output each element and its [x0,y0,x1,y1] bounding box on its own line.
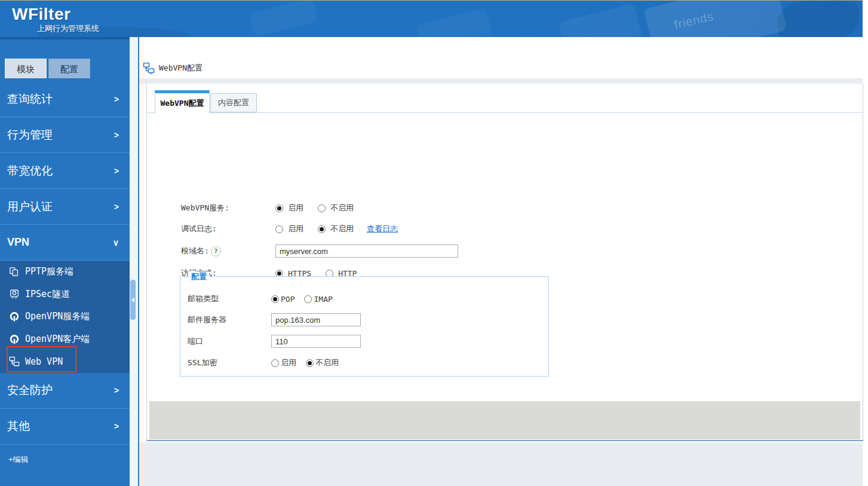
sidebar-item-web-vpn[interactable]: Web VPN [0,350,130,373]
keyboard-watermark [249,0,318,37]
breadcrumb: WebVPN配置 [143,62,203,74]
sidebar-menu: 查询统计 > 行为管理 > 带宽优化 > 用户认证 > VPN ∨ [0,81,130,445]
sidebar-item-openvpn-client[interactable]: OpenVPN客户端 [0,328,130,351]
sidebar-item-openvpn-server[interactable]: OpenVPN服务端 [0,305,130,328]
form-row-ssl: SSL加密 启用 不启用 [180,355,548,371]
chevron-right-icon: > [114,166,119,176]
keyboard-key-watermark [643,0,787,37]
sidebar-item-other[interactable]: 其他 > [0,409,130,445]
radio-label: 不启用 [315,357,339,368]
radio-disable[interactable] [318,225,326,233]
mail-config-fieldset: 配置 邮箱类型 POP IMAP 邮件服务器 端口 SSL加密 [180,276,549,377]
sidebar: 模块 配置 查询统计 > 行为管理 > 带宽优化 > 用户认证 > VPN ∨ [0,37,130,486]
radio-enable[interactable] [275,204,283,212]
view-log-link[interactable]: 查看日志 [367,224,398,234]
panel-footer [149,401,860,439]
tab-webvpn-config[interactable]: WebVPN配置 [155,90,210,114]
sidebar-item-ipsec-tunnel[interactable]: IPSec隧道 [0,283,130,306]
field-label: SSL加密 [188,355,217,371]
network-icon [9,356,20,367]
finger-watermark [772,0,863,37]
sidebar-collapse-handle[interactable] [130,280,136,320]
radio-label: IMAP [314,295,332,304]
radio-label: POP [281,295,295,304]
sidebar-tab-bar: 模块 配置 [5,59,90,78]
radio-pop[interactable] [271,295,279,303]
radio-ssl-enable[interactable] [271,359,279,367]
chevron-right-icon: > [114,94,119,104]
radio-label: 不启用 [330,224,354,234]
form-row-webvpn-service: WebVPN服务: 启用 不启用 [147,200,863,216]
field-label: 调试日志: [181,221,217,237]
tab-content-config[interactable]: 内容配置 [210,93,257,112]
form-row-debug-log: 调试日志: 启用 不启用 查看日志 [147,221,863,237]
menu-label: 行为管理 [7,127,53,143]
vpn-submenu: PPTP服务端 IPSec隧道 OpenVPN服务端 [0,261,130,373]
menu-label: 查询统计 [7,91,53,107]
radio-label: 启用 [288,224,303,234]
menu-label: 安全防护 [7,383,53,398]
sidebar-item-vpn[interactable]: VPN ∨ [0,225,130,261]
menu-label: 带宽优化 [7,163,53,179]
sidebar-item-security[interactable]: 安全防护 > [0,373,130,409]
tunnel-icon [9,289,20,299]
fieldset-legend: 配置 [189,271,209,282]
help-icon[interactable]: ? [211,246,221,256]
radio-label: 不启用 [330,203,354,213]
mail-server-input[interactable] [271,313,361,326]
field-label: WebVPN服务: [181,200,229,216]
radio-enable[interactable] [275,225,283,233]
sidebar-item-pptp-server[interactable]: PPTP服务端 [0,261,130,283]
sidebar-edit-link[interactable]: +编辑 [8,454,29,465]
tab-underline [147,112,863,113]
keyboard-watermark [559,4,643,37]
chevron-right-icon: > [114,421,119,431]
mail-port-input[interactable] [271,335,361,348]
field-label: 邮箱类型 [188,291,219,307]
sidebar-tab-modules[interactable]: 模块 [5,59,47,78]
field-label: 邮件服务器 [188,312,226,328]
sidebar-tab-config[interactable]: 配置 [48,59,90,78]
sidebar-item-user-auth[interactable]: 用户认证 > [0,189,130,225]
collapse-arrow-icon [131,298,134,302]
chevron-right-icon: > [114,130,119,140]
sidebar-item-behavior-mgmt[interactable]: 行为管理 > [0,117,130,153]
page-title: WebVPN配置 [159,63,203,74]
radio-label: 启用 [281,357,296,368]
radio-label: 启用 [288,203,303,213]
field-label: 端口 [188,334,203,349]
submenu-label: OpenVPN客户端 [25,334,90,345]
menu-label: 其他 [7,418,30,434]
submenu-label: PPTP服务端 [25,266,73,277]
form-row-root-domain: 根域名: ? [147,243,863,259]
keyboard-watermark [416,8,492,37]
radio-imap[interactable] [304,295,312,303]
network-icon [143,62,155,74]
sidebar-gap [130,37,138,486]
form-row-mail-server: 邮件服务器 [180,312,548,328]
submenu-label: IPSec隧道 [25,289,70,300]
field-label: 根域名: ? [181,243,221,259]
windows-icon [9,267,20,277]
menu-label: VPN [7,236,29,249]
sidebar-item-query-stats[interactable]: 查询统计 > [0,81,130,117]
radio-disable[interactable] [318,204,326,212]
submenu-label: Web VPN [25,356,63,367]
chevron-right-icon: > [114,386,119,395]
openvpn-icon [9,334,20,345]
form-row-mail-type: 邮箱类型 POP IMAP [180,291,548,307]
submenu-label: OpenVPN服务端 [25,311,90,322]
form-row-mail-port: 端口 [180,334,548,349]
root-domain-input[interactable] [275,244,458,258]
divider-strip [139,78,863,84]
app-tagline: 上网行为管理系统 [37,23,99,34]
field-label-text: 根域名: [181,246,209,256]
radio-ssl-disable[interactable] [306,359,314,367]
app-logo: WFilter [12,5,70,24]
app-header: friends WFilter 上网行为管理系统 [0,0,863,37]
openvpn-icon [9,311,20,322]
sidebar-item-bandwidth[interactable]: 带宽优化 > [0,153,130,189]
page-background [139,442,863,486]
menu-label: 用户认证 [7,199,53,215]
chevron-right-icon: > [114,202,119,212]
